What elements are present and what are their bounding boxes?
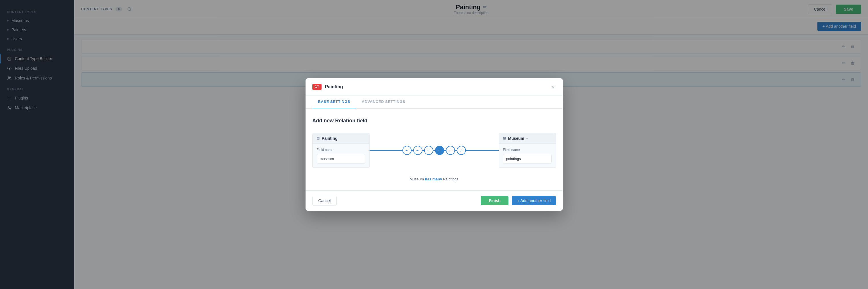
- box-icon: ⊡: [317, 136, 319, 140]
- museum-selector[interactable]: Museum: [508, 136, 529, 141]
- relation-box-right: ⊡ Museum Field name: [499, 133, 556, 168]
- relation-label: Museum has many Paintings: [312, 177, 556, 181]
- relation-box-left-header: ⊡ Painting: [313, 133, 369, 144]
- modal-section-title: Add new Relation field: [312, 118, 556, 124]
- modal-tabs: BASE SETTINGS ADVANCED SETTINGS: [306, 95, 563, 108]
- modal-cancel-button[interactable]: Cancel: [312, 196, 337, 205]
- relation-box-right-body: Field name: [499, 144, 556, 167]
- right-field-name-input[interactable]: [503, 154, 552, 163]
- left-box-title: Painting: [322, 136, 338, 141]
- finish-button[interactable]: Finish: [481, 196, 508, 205]
- connector-nodes: ⊸ ⊸ ⇌ ⇌ ⇌ ⇌: [402, 146, 466, 155]
- relation-node[interactable]: ⇌: [446, 146, 455, 155]
- field-name-label: Field name: [503, 148, 552, 152]
- box-icon: ⊡: [503, 136, 506, 140]
- tab-advanced-settings[interactable]: ADVANCED SETTINGS: [356, 95, 411, 108]
- relation-diagram: ⊡ Painting Field name ⊸ ⊸ ⇌ ⇌: [312, 133, 556, 168]
- modal-title: Painting: [325, 84, 547, 90]
- relation-node-active[interactable]: ⇌: [435, 146, 444, 155]
- field-name-label: Field name: [317, 148, 365, 152]
- modal-footer-right: Finish + Add another field: [481, 196, 556, 205]
- modal-add-another-button[interactable]: + Add another field: [512, 196, 556, 205]
- modal-ct-badge: CT: [312, 84, 321, 90]
- relation-box-right-header: ⊡ Museum: [499, 133, 556, 144]
- relation-suffix: Paintings: [442, 177, 459, 181]
- modal-header: CT Painting ×: [306, 78, 563, 95]
- modal-footer: Cancel Finish + Add another field: [306, 190, 563, 211]
- left-field-name-input[interactable]: [317, 154, 365, 163]
- relation-node[interactable]: ⇌: [424, 146, 433, 155]
- relation-node[interactable]: ⊸: [413, 146, 423, 155]
- relation-node[interactable]: ⇌: [457, 146, 466, 155]
- modal-overlay: CT Painting × BASE SETTINGS ADVANCED SET…: [0, 0, 868, 289]
- relation-box-left-body: Field name: [313, 144, 369, 167]
- modal: CT Painting × BASE SETTINGS ADVANCED SET…: [306, 78, 563, 211]
- connector: ⊸ ⊸ ⇌ ⇌ ⇌ ⇌: [370, 146, 499, 155]
- modal-close-button[interactable]: ×: [550, 84, 556, 90]
- tab-base-settings[interactable]: BASE SETTINGS: [312, 95, 356, 108]
- relation-box-left: ⊡ Painting Field name: [312, 133, 370, 168]
- relation-node[interactable]: ⊸: [402, 146, 411, 155]
- modal-body: Add new Relation field ⊡ Painting Field …: [306, 108, 563, 190]
- relation-prefix: Museum: [409, 177, 425, 181]
- right-box-title: Museum: [508, 136, 524, 141]
- relation-type: has many: [425, 177, 442, 181]
